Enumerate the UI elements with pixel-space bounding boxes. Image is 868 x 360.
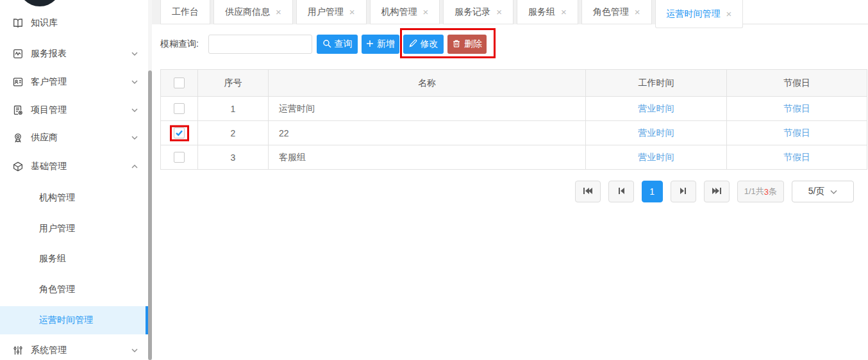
select-all-checkbox[interactable] bbox=[174, 78, 185, 88]
delete-button[interactable]: 删除 bbox=[447, 35, 487, 54]
header-work-time: 工作时间 bbox=[586, 70, 727, 97]
edit-icon bbox=[409, 39, 417, 49]
next-page-button[interactable] bbox=[671, 181, 696, 202]
row-no: 1 bbox=[198, 97, 269, 121]
sidebar-item-label: 项目管理 bbox=[31, 104, 67, 116]
work-time-link[interactable]: 营业时间 bbox=[586, 121, 727, 145]
sidebar-item-project-management[interactable]: 项目管理 bbox=[0, 96, 148, 124]
close-icon[interactable]: × bbox=[276, 7, 281, 17]
sidebar-item-label: 系统管理 bbox=[31, 345, 67, 356]
close-icon[interactable]: × bbox=[726, 9, 732, 19]
close-icon[interactable]: × bbox=[423, 7, 429, 17]
tab-org-management[interactable]: 机构管理 × bbox=[370, 0, 440, 24]
first-page-button[interactable] bbox=[575, 181, 601, 202]
project-icon bbox=[12, 104, 24, 116]
row-no: 3 bbox=[198, 145, 269, 170]
tab-workbench[interactable]: 工作台 bbox=[160, 0, 210, 24]
close-icon[interactable]: × bbox=[496, 7, 502, 17]
book-icon bbox=[12, 17, 24, 29]
tab-label: 服务记录 bbox=[455, 6, 490, 18]
row-name: 客服组 bbox=[269, 145, 586, 170]
tab-supplier-info[interactable]: 供应商信息 × bbox=[213, 0, 293, 24]
row-name: 22 bbox=[269, 121, 586, 145]
sidebar-item-supplier[interactable]: 供应商 bbox=[0, 124, 148, 152]
header-holiday: 节假日 bbox=[727, 70, 867, 97]
tab-label: 角色管理 bbox=[593, 6, 629, 18]
holiday-link[interactable]: 节假日 bbox=[727, 145, 867, 170]
last-page-icon bbox=[712, 186, 722, 197]
header-name: 名称 bbox=[269, 70, 586, 97]
delete-button-label: 删除 bbox=[464, 38, 482, 50]
tab-operation-time-management[interactable]: 运营时间管理 × bbox=[655, 0, 744, 28]
edit-button[interactable]: 修改 bbox=[403, 35, 444, 54]
sidebar-subitem-user-management[interactable]: 用户管理 bbox=[0, 215, 148, 243]
row-checkbox[interactable] bbox=[174, 103, 185, 114]
page-info-suffix: 条 bbox=[769, 186, 777, 197]
close-icon[interactable]: × bbox=[349, 7, 355, 17]
chevron-down-icon bbox=[830, 186, 837, 197]
row-checkbox[interactable] bbox=[174, 152, 185, 163]
table-row: 3 客服组 营业时间 节假日 bbox=[161, 145, 867, 170]
page-info-prefix: 1/1共 bbox=[744, 186, 764, 197]
sidebar-subitem-label: 用户管理 bbox=[39, 223, 75, 234]
sidebar: 知识库 服务报表 客户管理 项目管理 供应商 基础管理 bbox=[0, 0, 148, 360]
page-size-select[interactable]: 5/页 bbox=[792, 181, 854, 202]
fuzzy-query-input[interactable] bbox=[208, 35, 312, 54]
prev-page-button[interactable] bbox=[608, 181, 634, 202]
tab-label: 工作台 bbox=[172, 6, 199, 18]
sidebar-subitem-label: 运营时间管理 bbox=[39, 315, 93, 326]
tab-service-group[interactable]: 服务组 × bbox=[517, 0, 578, 24]
sidebar-subitem-role-management[interactable]: 角色管理 bbox=[0, 275, 148, 304]
sidebar-item-label: 基础管理 bbox=[31, 161, 67, 172]
supplier-icon bbox=[12, 132, 24, 143]
plus-icon bbox=[366, 39, 374, 49]
sidebar-item-knowledge-base[interactable]: 知识库 bbox=[0, 9, 148, 37]
sidebar-subitem-org-management[interactable]: 机构管理 bbox=[0, 184, 148, 212]
close-icon[interactable]: × bbox=[561, 7, 567, 17]
sidebar-item-label: 客户管理 bbox=[31, 76, 67, 88]
page-number-button[interactable]: 1 bbox=[642, 181, 663, 202]
tab-label: 供应商信息 bbox=[225, 6, 270, 18]
work-time-link[interactable]: 营业时间 bbox=[586, 97, 727, 121]
table-header-row: 序号 名称 工作时间 节假日 bbox=[161, 70, 867, 97]
add-button[interactable]: 新增 bbox=[362, 35, 399, 54]
tab-label: 用户管理 bbox=[308, 6, 344, 18]
tab-role-management[interactable]: 角色管理 × bbox=[581, 0, 652, 24]
fuzzy-query-label: 模糊查询: bbox=[160, 34, 199, 53]
avatar[interactable] bbox=[18, 0, 62, 6]
tab-label: 服务组 bbox=[528, 6, 555, 18]
page-info-count: 3 bbox=[764, 187, 769, 197]
row-checkbox-checked[interactable] bbox=[174, 127, 185, 138]
tab-user-management[interactable]: 用户管理 × bbox=[296, 0, 367, 24]
data-table: 序号 名称 工作时间 节假日 1 运营时间 营业时间 节假日 2 22 bbox=[160, 69, 867, 170]
sidebar-item-basic-management[interactable]: 基础管理 bbox=[0, 152, 148, 181]
chevron-down-icon bbox=[131, 51, 138, 57]
sidebar-subitem-operation-time-management[interactable]: 运营时间管理 bbox=[0, 306, 148, 334]
sidebar-item-label: 服务报表 bbox=[31, 48, 67, 60]
chevron-down-icon bbox=[131, 107, 138, 113]
tab-service-record[interactable]: 服务记录 × bbox=[443, 0, 513, 24]
chevron-up-icon bbox=[131, 163, 138, 170]
table-row: 1 运营时间 营业时间 节假日 bbox=[161, 97, 867, 121]
prev-page-icon bbox=[617, 186, 625, 197]
tab-strip: 工作台 供应商信息 × 用户管理 × 机构管理 × 服务记录 × 服务组 × bbox=[152, 0, 743, 24]
holiday-link[interactable]: 节假日 bbox=[727, 121, 867, 145]
row-name: 运营时间 bbox=[269, 97, 586, 121]
last-page-button[interactable] bbox=[704, 181, 730, 202]
main-content: 工作台 供应商信息 × 用户管理 × 机构管理 × 服务记录 × 服务组 × bbox=[152, 0, 868, 360]
cube-icon bbox=[12, 161, 24, 172]
header-no: 序号 bbox=[198, 70, 269, 97]
holiday-link[interactable]: 节假日 bbox=[727, 97, 867, 121]
page-size-label: 5/页 bbox=[808, 186, 825, 197]
query-button[interactable]: 查询 bbox=[317, 35, 358, 54]
chevron-down-icon bbox=[131, 135, 138, 141]
work-time-link[interactable]: 营业时间 bbox=[586, 145, 727, 170]
add-button-label: 新增 bbox=[377, 38, 395, 50]
close-icon[interactable]: × bbox=[635, 7, 640, 17]
sidebar-item-customer-management[interactable]: 客户管理 bbox=[0, 68, 148, 96]
sidebar-item-label: 供应商 bbox=[31, 132, 58, 143]
sidebar-subitem-label: 服务组 bbox=[39, 253, 66, 265]
sidebar-item-system-management[interactable]: 系统管理 bbox=[0, 336, 148, 360]
sidebar-item-service-report[interactable]: 服务报表 bbox=[0, 40, 148, 68]
sidebar-subitem-service-group[interactable]: 服务组 bbox=[0, 245, 148, 273]
